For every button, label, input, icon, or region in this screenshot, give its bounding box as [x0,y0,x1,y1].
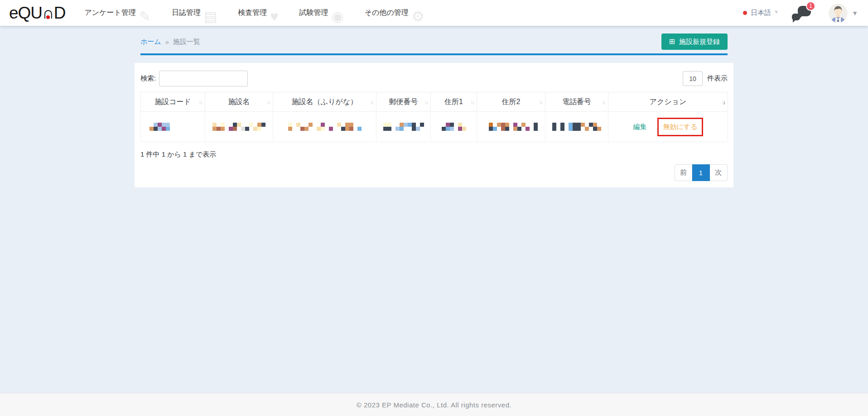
redacted-facility-name [205,123,273,131]
redacted-facility-code [141,123,205,131]
cell-facility-furigana [273,112,376,142]
redacted-phone-number [545,123,608,131]
gear-icon: ⚙ [412,10,424,24]
table-row: 編集無効にする [141,112,728,142]
app-logo[interactable]: eQU∩D [9,4,65,23]
nav-item-inspection[interactable]: 検査管理♥ [238,0,278,26]
user-menu[interactable]: ▼ [829,4,858,23]
column-header-label: アクション [650,98,687,105]
logo-text: eQU [9,4,42,23]
redacted-address-1 [431,123,477,131]
logo-red-dot [46,15,50,19]
cell-facility-code [141,112,205,142]
edit-link[interactable]: 編集 [633,123,646,130]
cell-facility-name [205,112,273,142]
disable-link[interactable]: 無効にする [663,123,697,130]
language-status-dot [743,11,747,15]
page: eQU∩D アンケート管理✎日誌管理▤検査管理♥試験管理◉その他の管理⚙ 日本語… [0,0,868,416]
sort-icon: ↑↓ [721,99,724,105]
page-head: ホーム » 施設一覧 ⊞ 施設新規登録 [135,33,733,51]
breadcrumb-current: 施設一覧 [173,38,200,46]
caret-down-icon: ▼ [852,10,858,17]
nav-item-label: 試験管理 [299,8,328,18]
avatar [829,4,848,23]
table-header-row: 施設コード↑↓施設名↑↓施設名（ふりがな）↑↓郵便番号↑↓住所1↑↓住所2↑↓電… [141,92,728,112]
column-header[interactable]: 住所1↑↓ [431,92,477,112]
column-header[interactable]: アクション↑↓ [608,92,728,112]
cell-phone-number [545,112,608,142]
new-facility-button-label: 施設新規登録 [679,38,720,46]
blue-divider [140,53,728,55]
chevron-down-icon: ˅ [775,9,778,15]
nav-item-label: その他の管理 [365,8,409,18]
new-facility-button[interactable]: ⊞ 施設新規登録 [661,33,728,50]
nav-item-other[interactable]: その他の管理⚙ [365,0,424,26]
heart-pulse-icon: ♥ [270,10,278,24]
table-toolbar: 検索: 件表示 [140,71,728,86]
search-label: 検索: [140,74,156,83]
breadcrumb-home-link[interactable]: ホーム [140,38,161,46]
book-icon: ▤ [204,10,217,24]
logo-arch: ∩ [42,4,54,23]
facility-table: 施設コード↑↓施設名↑↓施設名（ふりがな）↑↓郵便番号↑↓住所1↑↓住所2↑↓電… [140,92,728,142]
column-header[interactable]: 郵便番号↑↓ [376,92,431,112]
page-size-input[interactable] [683,71,703,86]
column-header[interactable]: 施設名（ふりがな）↑↓ [273,92,376,112]
copyright-text: © 2023 EP Mediate Co., Ltd. All rights r… [357,401,511,409]
navbar-right: 日本語 ˅ 1 [743,4,858,23]
redacted-facility-furigana [273,123,376,131]
nav-item-exam[interactable]: 試験管理◉ [299,0,344,26]
cell-actions: 編集無効にする [608,112,728,142]
column-header[interactable]: 住所2↑↓ [477,92,545,112]
main-nav: アンケート管理✎日誌管理▤検査管理♥試験管理◉その他の管理⚙ [84,0,424,26]
search-input[interactable] [159,71,248,86]
column-header-label: 郵便番号 [389,98,418,105]
column-header-label: 住所2 [502,98,521,105]
sort-icon: ↑↓ [424,99,427,105]
pagination-prev[interactable]: 前 [675,164,692,181]
column-header[interactable]: 施設コード↑↓ [141,92,205,112]
nav-item-label: 日誌管理 [172,8,201,18]
column-header[interactable]: 施設名↑↓ [205,92,273,112]
language-label: 日本語 [751,9,771,17]
breadcrumb: ホーム » 施設一覧 [140,38,200,46]
main-content: ホーム » 施設一覧 ⊞ 施設新規登録 検索: [0,26,868,393]
breadcrumb-separator: » [165,38,169,46]
pagination-next[interactable]: 次 [710,164,728,181]
nav-item-diary[interactable]: 日誌管理▤ [172,0,217,26]
column-header-label: 施設名 [228,98,250,105]
column-header-label: 住所1 [444,98,463,105]
sort-icon: ↑↓ [370,99,373,105]
top-navbar: eQU∩D アンケート管理✎日誌管理▤検査管理♥試験管理◉その他の管理⚙ 日本語… [0,0,868,26]
disable-link-highlight-box: 無効にする [657,118,703,136]
column-header-label: 電話番号 [562,98,591,105]
nav-item-label: 検査管理 [238,8,267,18]
column-header-label: 施設コード [154,98,191,105]
sort-icon: ↑↓ [602,99,605,105]
sort-icon: ↑↓ [266,99,270,105]
pagination: 前 1 次 [675,164,728,181]
nav-item-questionnaire[interactable]: アンケート管理✎ [84,0,150,26]
clipboard-icon: ✎ [139,10,151,24]
cell-address-2 [477,112,545,142]
sort-icon: ↑↓ [198,99,202,105]
sort-icon: ↑↓ [539,99,542,105]
cell-postal-code [376,112,431,142]
result-summary: 1 件中 1 から 1 まで表示 [140,150,728,159]
add-square-icon: ⊞ [669,38,675,45]
notifications-button[interactable]: 1 [791,5,812,22]
search-control: 検索: [140,71,248,86]
language-selector[interactable]: 日本語 ˅ [743,9,778,17]
facility-list-card: 検索: 件表示 施設コード↑↓施設名↑↓施設名（ふりがな）↑↓郵便番号↑↓住所 [135,63,733,187]
cell-address-1 [431,112,477,142]
footer: © 2023 EP Mediate Co., Ltd. All rights r… [0,393,868,416]
column-header-label: 施設名（ふりがな） [292,98,358,105]
nav-item-label: アンケート管理 [84,8,136,18]
pager-row: 前 1 次 [140,164,728,181]
redacted-address-2 [477,123,545,131]
pagination-page-1[interactable]: 1 [692,164,710,181]
redacted-postal-code [376,123,430,131]
column-header[interactable]: 電話番号↑↓ [545,92,608,112]
sort-icon: ↑↓ [470,99,473,105]
notification-badge: 1 [806,1,815,11]
